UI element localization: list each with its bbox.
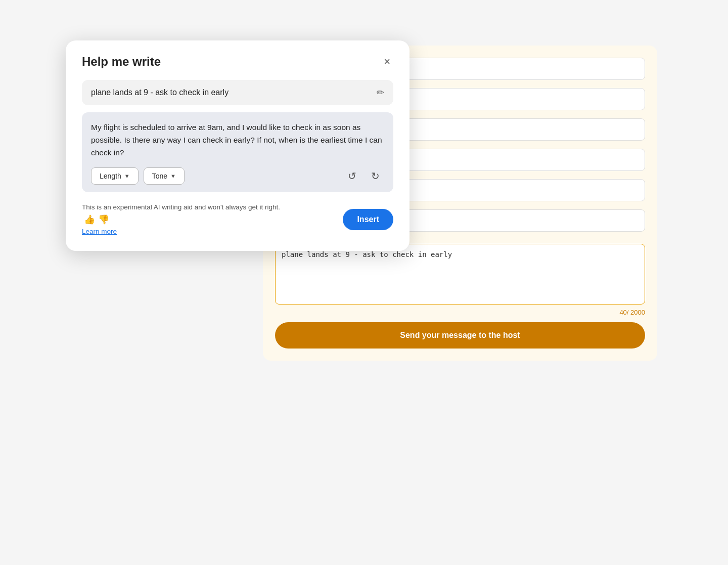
undo-icon: ↺ — [348, 170, 356, 182]
help-me-write-modal: Help me write × plane lands at 9 - ask t… — [66, 40, 410, 251]
thumbs-down-icon[interactable]: 👎 — [98, 213, 109, 227]
prompt-box: plane lands at 9 - ask to check in early… — [82, 80, 393, 105]
generated-text: My flight is scheduled to arrive at 9am,… — [91, 121, 384, 159]
edit-icon[interactable]: ✏ — [377, 87, 384, 98]
message-textarea[interactable]: plane lands at 9 - ask to check in early — [275, 244, 645, 305]
thumbs-up-icon[interactable]: 👍 — [84, 213, 95, 227]
modal-header: Help me write × — [82, 55, 393, 69]
learn-more-link[interactable]: Learn more — [82, 228, 117, 235]
undo-button[interactable]: ↺ — [343, 167, 361, 185]
length-dropdown[interactable]: Length ▼ — [91, 167, 139, 185]
prompt-text: plane lands at 9 - ask to check in early — [91, 88, 377, 97]
modal-title: Help me write — [82, 55, 161, 69]
tone-dropdown[interactable]: Tone ▼ — [144, 167, 185, 185]
length-arrow-icon: ▼ — [124, 173, 130, 179]
redo-button[interactable]: ↻ — [366, 167, 384, 185]
disclaimer-text: This is an experimental AI writing aid a… — [82, 202, 284, 237]
send-button[interactable]: Send your message to the host — [275, 322, 645, 349]
controls-row: Length ▼ Tone ▼ ↺ ↻ — [91, 167, 384, 185]
char-count: 40/ 2000 — [275, 309, 645, 316]
tone-label: Tone — [152, 172, 167, 180]
tone-arrow-icon: ▼ — [170, 173, 176, 179]
length-label: Length — [100, 172, 121, 180]
modal-footer: This is an experimental AI writing aid a… — [82, 202, 393, 237]
insert-button[interactable]: Insert — [343, 209, 393, 230]
redo-icon: ↻ — [371, 170, 380, 182]
generated-box: My flight is scheduled to arrive at 9am,… — [82, 112, 393, 192]
feedback-icons: 👍 👎 — [84, 213, 109, 227]
close-button[interactable]: × — [381, 55, 393, 68]
